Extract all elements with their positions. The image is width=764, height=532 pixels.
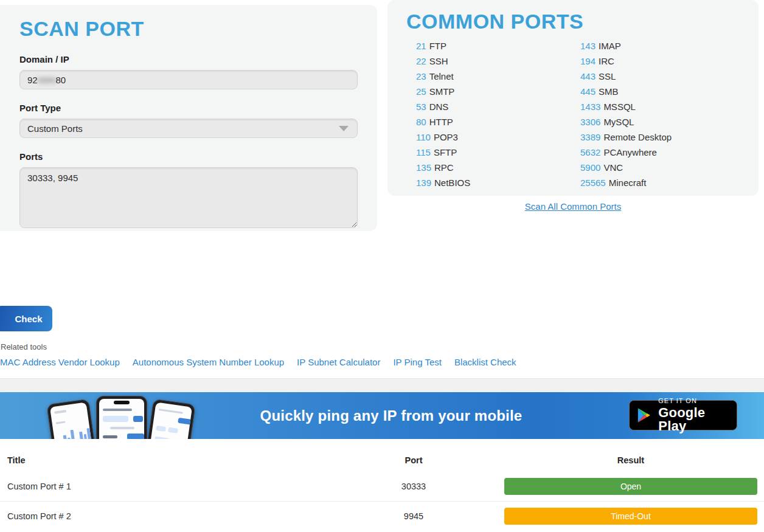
related-link-ip-ping-test[interactable]: IP Ping Test xyxy=(393,357,442,367)
google-play-badge[interactable]: GET IT ON Google Play xyxy=(629,400,737,430)
port-link[interactable]: 80 xyxy=(416,117,426,127)
play-badge-small-text: GET IT ON xyxy=(658,398,729,404)
list-item: 21FTP xyxy=(416,41,470,56)
domain-ip-value-suffix: 80 xyxy=(55,75,66,85)
port-link[interactable]: 135 xyxy=(416,162,431,173)
port-link[interactable]: 115 xyxy=(416,147,431,157)
port-service-name: NetBIOS xyxy=(434,178,470,188)
related-link-ip-subnet-calculator[interactable]: IP Subnet Calculator xyxy=(297,357,380,367)
row-port: 9945 xyxy=(359,511,468,521)
port-link[interactable]: 3389 xyxy=(580,132,600,142)
scan-all-common-ports-link[interactable]: Scan All Common Ports xyxy=(525,201,621,212)
header-title: Title xyxy=(0,455,359,465)
list-item: 445SMB xyxy=(580,86,672,102)
related-link-asn-lookup[interactable]: Autonomous System Number Lookup xyxy=(133,357,284,367)
common-ports-left-column: 21FTP 22SSH 23Telnet 25SMTP 53DNS 80HTTP… xyxy=(416,41,470,193)
phone-center-image xyxy=(96,396,147,439)
port-link[interactable]: 1433 xyxy=(580,102,600,112)
port-service-name: IMAP xyxy=(599,41,621,51)
domain-ip-value-prefix: 92 xyxy=(27,75,38,85)
port-service-name: Telnet xyxy=(429,71,454,81)
port-link[interactable]: 23 xyxy=(416,71,426,81)
chevron-down-icon xyxy=(339,126,349,131)
port-type-select[interactable]: Custom Ports xyxy=(19,119,358,138)
list-item: 443SSL xyxy=(580,71,672,86)
banner-headline: Quickly ping any IP from your mobile xyxy=(260,407,523,424)
related-link-blacklist-check[interactable]: Blacklist Check xyxy=(454,357,516,367)
port-link[interactable]: 3306 xyxy=(580,117,600,127)
port-service-name: Minecraft xyxy=(609,178,647,188)
check-button[interactable]: Check xyxy=(0,306,52,331)
table-row: Custom Port # 2 9945 Timed-Out xyxy=(0,501,764,530)
scan-all-wrapper: Scan All Common Ports xyxy=(387,201,759,212)
header-result: Result xyxy=(468,455,764,465)
row-title: Custom Port # 2 xyxy=(0,511,359,521)
related-link-mac-address-vendor-lookup[interactable]: MAC Address Vendor Lookup xyxy=(0,357,120,367)
port-service-name: Remote Desktop xyxy=(603,132,672,142)
port-link[interactable]: 25565 xyxy=(580,178,606,188)
list-item: 194IRC xyxy=(580,56,672,71)
list-item: 25SMTP xyxy=(416,86,470,102)
port-service-name: SSL xyxy=(599,71,616,81)
port-service-name: SMB xyxy=(599,86,619,97)
list-item: 110POP3 xyxy=(416,132,470,147)
list-item: 23Telnet xyxy=(416,71,470,86)
port-link[interactable]: 53 xyxy=(416,102,426,112)
port-link[interactable]: 143 xyxy=(580,41,596,51)
port-link[interactable]: 5632 xyxy=(580,147,600,157)
port-link[interactable]: 25 xyxy=(416,86,426,97)
list-item: 143IMAP xyxy=(580,41,672,56)
list-item: 53DNS xyxy=(416,102,470,117)
list-item: 3389Remote Desktop xyxy=(580,132,672,147)
phone-left-image xyxy=(46,399,99,439)
domain-ip-label: Domain / IP xyxy=(19,54,358,64)
port-link[interactable]: 22 xyxy=(416,56,426,66)
port-link[interactable]: 443 xyxy=(580,71,596,81)
port-link[interactable]: 110 xyxy=(416,132,431,142)
scan-port-title: SCAN PORT xyxy=(19,17,358,41)
header-port: Port xyxy=(359,455,468,465)
list-item: 5632PCAnywhere xyxy=(580,147,672,162)
port-service-name: POP3 xyxy=(434,132,458,142)
google-play-text: GET IT ON Google Play xyxy=(658,398,729,433)
port-service-name: HTTP xyxy=(429,117,453,127)
list-item: 22SSH xyxy=(416,56,470,71)
list-item: 80HTTP xyxy=(416,117,470,132)
play-badge-large-text: Google Play xyxy=(658,406,729,433)
port-type-selected-value: Custom Ports xyxy=(27,123,83,134)
list-item: 115SFTP xyxy=(416,147,470,162)
port-service-name: MSSQL xyxy=(603,102,636,112)
ports-label: Ports xyxy=(19,151,358,162)
row-title: Custom Port # 1 xyxy=(0,482,359,491)
common-ports-panel: COMMON PORTS 21FTP 22SSH 23Telnet 25SMTP… xyxy=(387,0,759,196)
row-port: 30333 xyxy=(359,482,468,491)
ports-textarea[interactable]: 30333, 9945 xyxy=(19,167,358,228)
list-item: 3306MySQL xyxy=(580,117,672,132)
list-item: 5900VNC xyxy=(580,162,672,178)
list-item: 139NetBIOS xyxy=(416,178,470,193)
phone-right-image xyxy=(142,399,195,439)
phones-image xyxy=(52,395,189,439)
port-service-name: FTP xyxy=(429,41,446,51)
scan-port-panel: SCAN PORT Domain / IP 92•••••••80 Port T… xyxy=(0,5,377,231)
port-link[interactable]: 21 xyxy=(416,41,426,51)
port-service-name: RPC xyxy=(434,162,454,173)
port-service-name: IRC xyxy=(599,56,614,66)
domain-ip-input[interactable]: 92•••••••80 xyxy=(19,70,358,89)
port-link[interactable]: 445 xyxy=(580,86,596,97)
table-row: Custom Port # 1 30333 Open xyxy=(0,472,764,501)
port-service-name: SSH xyxy=(429,56,448,66)
port-service-name: VNC xyxy=(603,162,623,173)
port-link[interactable]: 194 xyxy=(580,56,596,66)
port-service-name: MySQL xyxy=(603,117,634,127)
port-link[interactable]: 5900 xyxy=(580,162,600,173)
list-item: 135RPC xyxy=(416,162,470,178)
port-link[interactable]: 139 xyxy=(416,178,431,188)
common-ports-title: COMMON PORTS xyxy=(406,10,759,33)
related-tools-nav: MAC Address Vendor Lookup Autonomous Sys… xyxy=(0,357,516,367)
status-badge-timeout: Timed-Out xyxy=(504,508,757,525)
port-service-name: DNS xyxy=(429,102,449,112)
list-item: 25565Minecraft xyxy=(580,178,672,193)
port-service-name: PCAnywhere xyxy=(603,147,657,157)
port-type-label: Port Type xyxy=(19,103,358,113)
